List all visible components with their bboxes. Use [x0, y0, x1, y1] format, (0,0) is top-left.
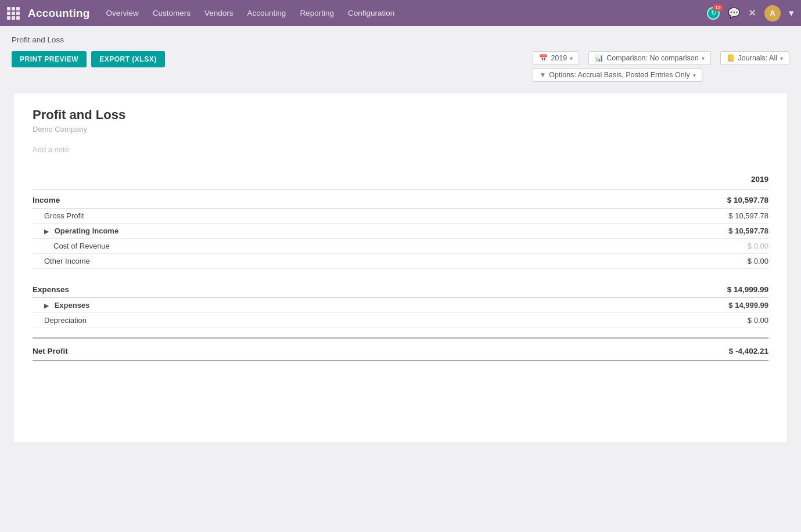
other-income-row: Other Income $ 0.00 — [33, 254, 768, 269]
report-container: Profit and Loss Demo Company Add a note … — [14, 94, 787, 442]
other-income-label: Other Income — [33, 254, 622, 269]
filter-row-2: ▼ Options: Accrual Basis, Posted Entries… — [533, 68, 702, 82]
expand-arrow-expenses[interactable]: ▶ — [44, 303, 49, 309]
expenses-value: $ 14,999.99 — [622, 279, 768, 298]
nav-accounting[interactable]: Accounting — [247, 9, 286, 17]
nav-right-actions: ↻ 12 💬 ✕ A ▾ — [707, 5, 794, 21]
page-wrapper: Profit and Loss PRINT PREVIEW EXPORT (XL… — [0, 26, 801, 454]
income-label: Income — [33, 190, 622, 209]
operating-income-label: ▶ Operating Income — [33, 224, 622, 239]
income-value: $ 10,597.78 — [622, 190, 768, 209]
gross-profit-label: Gross Profit — [33, 209, 622, 224]
options-filter-label: Options: Accrual Basis, Posted Entries O… — [549, 71, 689, 79]
operating-income-value: $ 10,597.78 — [622, 224, 768, 239]
apps-menu-icon[interactable] — [7, 7, 20, 20]
filter-bar: 📅 2019 ▾ 📊 Comparison: No comparison ▾ 📒… — [533, 51, 789, 82]
options-filter[interactable]: ▼ Options: Accrual Basis, Posted Entries… — [533, 68, 702, 82]
app-title: Accounting — [28, 7, 90, 20]
badge-count: 12 — [713, 4, 723, 11]
spacer-2 — [33, 328, 768, 338]
gross-profit-row: Gross Profit $ 10,597.78 — [33, 209, 768, 224]
year-filter[interactable]: 📅 2019 ▾ — [533, 51, 579, 65]
net-profit-value: $ -4,402.21 — [622, 338, 768, 361]
nav-links: Overview Customers Vendors Accounting Re… — [106, 9, 707, 17]
depreciation-label: Depreciation — [33, 312, 622, 328]
cost-of-revenue-label: Cost of Revenue — [33, 239, 622, 254]
expand-arrow-operating[interactable]: ▶ — [44, 228, 49, 235]
year-column-header: 2019 — [622, 171, 768, 190]
report-company: Demo Company — [33, 125, 768, 134]
spacer-1 — [33, 269, 768, 279]
calendar-icon: 📅 — [539, 54, 548, 62]
depreciation-row: Depreciation $ 0.00 — [33, 312, 768, 328]
expenses-label: Expenses — [33, 279, 622, 298]
net-profit-label: Net Profit — [33, 338, 622, 361]
chart-icon: 📊 — [595, 54, 604, 62]
income-section-header: Income $ 10,597.78 — [33, 190, 768, 209]
journals-filter[interactable]: 📒 Journals: All ▾ — [720, 51, 789, 65]
operating-income-row: ▶ Operating Income $ 10,597.78 — [33, 224, 768, 239]
close-icon[interactable]: ✕ — [748, 7, 756, 19]
user-avatar[interactable]: A — [764, 5, 781, 21]
journals-caret: ▾ — [780, 55, 783, 62]
export-xlsx-button[interactable]: EXPORT (XLSX) — [91, 51, 165, 67]
cost-of-revenue-value: $ 0.00 — [622, 239, 768, 254]
comparison-caret: ▾ — [702, 55, 705, 62]
net-profit-row: Net Profit $ -4,402.21 — [33, 338, 768, 361]
other-income-value: $ 0.00 — [622, 254, 768, 269]
breadcrumb: Profit and Loss — [12, 35, 789, 44]
comparison-filter[interactable]: 📊 Comparison: No comparison ▾ — [588, 51, 710, 65]
updates-badge[interactable]: ↻ 12 — [707, 7, 720, 20]
journals-filter-label: Journals: All — [738, 54, 777, 62]
nav-overview[interactable]: Overview — [106, 9, 139, 17]
expenses-sub-label: ▶ Expenses — [33, 297, 622, 312]
expenses-section-header: Expenses $ 14,999.99 — [33, 279, 768, 298]
report-table: 2019 Income $ 10,597.78 Gross Profit $ 1… — [33, 171, 768, 361]
journals-icon: 📒 — [727, 54, 735, 62]
user-menu-caret[interactable]: ▾ — [789, 7, 794, 19]
nav-vendors[interactable]: Vendors — [204, 9, 234, 17]
chat-icon[interactable]: 💬 — [728, 7, 740, 19]
toolbar: PRINT PREVIEW EXPORT (XLSX) 📅 2019 ▾ 📊 C… — [12, 51, 789, 82]
top-nav: Accounting Overview Customers Vendors Ac… — [0, 0, 801, 26]
year-filter-label: 2019 — [551, 54, 567, 62]
gross-profit-value: $ 10,597.78 — [622, 209, 768, 224]
expenses-sub-row: ▶ Expenses $ 14,999.99 — [33, 297, 768, 312]
comparison-filter-label: Comparison: No comparison — [606, 54, 698, 62]
options-icon: ▼ — [539, 71, 546, 79]
print-preview-button[interactable]: PRINT PREVIEW — [12, 51, 87, 67]
cost-of-revenue-row: Cost of Revenue $ 0.00 — [33, 239, 768, 254]
year-header-row: 2019 — [33, 171, 768, 190]
report-note-placeholder[interactable]: Add a note — [33, 145, 768, 154]
depreciation-value: $ 0.00 — [622, 312, 768, 328]
nav-reporting[interactable]: Reporting — [300, 9, 334, 17]
expenses-sub-value: $ 14,999.99 — [622, 297, 768, 312]
report-title: Profit and Loss — [33, 107, 768, 123]
year-caret: ▾ — [570, 55, 573, 62]
nav-configuration[interactable]: Configuration — [348, 9, 394, 17]
filter-row-1: 📅 2019 ▾ 📊 Comparison: No comparison ▾ 📒… — [533, 51, 789, 65]
options-caret: ▾ — [693, 72, 696, 78]
nav-customers[interactable]: Customers — [153, 9, 191, 17]
